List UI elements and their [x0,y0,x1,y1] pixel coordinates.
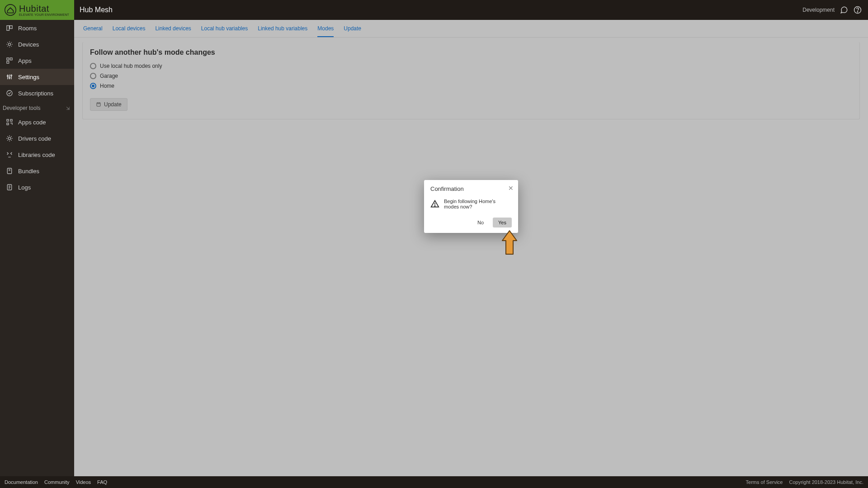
sidebar-dev-label: Developer tools [3,105,40,111]
svg-rect-13 [7,119,9,121]
hubitat-logo-icon [5,4,16,16]
footer-copyright: Copyright 2018-2023 Hubitat, Inc. [789,479,864,485]
dialog-close-button[interactable]: ✕ [508,185,514,192]
brand-text: Hubitat ELEVATE YOUR ENVIRONMENT [19,4,69,16]
svg-point-20 [434,206,435,206]
close-icon: ✕ [508,185,514,192]
main-row: Rooms Devices Apps Settings Subscription… [0,20,868,476]
svg-point-16 [8,137,10,139]
libraries-code-icon [5,151,14,159]
sidebar-item-bundles[interactable]: Bundles [0,163,74,179]
footer-terms[interactable]: Terms of Service [746,479,783,485]
svg-rect-14 [10,119,12,121]
sidebar-item-apps[interactable]: Apps [0,52,74,69]
bundles-icon [5,167,14,175]
sidebar-item-label: Apps [18,57,32,64]
sidebar-item-label: Apps code [18,119,46,126]
sidebar-item-rooms[interactable]: Rooms [0,20,74,36]
dialog-title: Confirmation [430,185,512,192]
sidebar-item-settings[interactable]: Settings [0,69,74,85]
logs-icon [5,183,14,191]
svg-point-11 [11,75,12,76]
svg-point-0 [5,5,16,15]
brand-sub: ELEVATE YOUR ENVIRONMENT [19,13,69,16]
svg-rect-4 [10,26,12,29]
svg-point-9 [7,76,9,77]
apps-code-icon [5,118,14,126]
svg-rect-6 [7,58,9,60]
dialog-no-button[interactable]: No [472,218,489,227]
sidebar-item-label: Settings [18,74,39,81]
footer-link-videos[interactable]: Videos [76,479,91,485]
content-area: General Local devices Linked devices Loc… [74,20,868,476]
svg-rect-8 [7,61,9,63]
footer-link-community[interactable]: Community [44,479,70,485]
sidebar-item-label: Libraries code [18,152,55,158]
topbar: Hubitat ELEVATE YOUR ENVIRONMENT Hub Mes… [0,0,868,20]
svg-point-12 [7,90,12,96]
svg-rect-3 [7,26,9,31]
svg-point-2 [857,12,858,12]
svg-point-5 [8,43,10,45]
env-label: Development [802,7,835,13]
sidebar-item-libraries-code[interactable]: Libraries code [0,147,74,163]
sidebar-item-subscriptions[interactable]: Subscriptions [0,85,74,101]
drivers-code-icon [5,134,14,142]
collapse-icon: ⇲ [66,106,70,111]
warning-icon [430,199,439,208]
dialog-actions: No Yes [430,218,512,227]
dialog-body: Begin following Home's modes now? [430,199,512,209]
brand-logo[interactable]: Hubitat ELEVATE YOUR ENVIRONMENT [0,0,74,20]
brand-main: Hubitat [19,4,69,13]
sidebar-item-devices[interactable]: Devices [0,36,74,52]
settings-icon [5,73,14,81]
sidebar-item-apps-code[interactable]: Apps code [0,114,74,130]
svg-rect-7 [10,58,12,60]
footer: Documentation Community Videos FAQ Terms… [0,476,868,488]
apps-icon [5,57,14,65]
devices-icon [5,40,14,48]
annotation-arrow-icon [500,230,519,256]
sidebar-item-label: Devices [18,41,39,48]
sidebar-item-label: Rooms [18,25,37,32]
topbar-right: Development [802,6,868,14]
subscriptions-icon [5,89,14,97]
dialog-message: Begin following Home's modes now? [444,199,512,209]
rooms-icon [5,24,14,32]
page-title: Hub Mesh [80,6,113,14]
sidebar-item-label: Bundles [18,168,39,175]
footer-link-faq[interactable]: FAQ [97,479,107,485]
help-icon[interactable] [854,6,862,14]
sidebar: Rooms Devices Apps Settings Subscription… [0,20,74,476]
sidebar-item-label: Subscriptions [18,90,53,97]
modal-overlay: Confirmation ✕ Begin following Home's mo… [74,20,868,476]
sidebar-item-logs[interactable]: Logs [0,179,74,195]
sidebar-dev-header[interactable]: Developer tools ⇲ [0,101,74,114]
chat-icon[interactable] [840,6,848,14]
footer-right: Terms of Service Copyright 2018-2023 Hub… [746,479,863,485]
sidebar-item-label: Drivers code [18,135,51,142]
svg-rect-15 [7,123,9,125]
svg-point-10 [9,77,10,79]
sidebar-item-drivers-code[interactable]: Drivers code [0,130,74,147]
sidebar-item-label: Logs [18,184,31,191]
confirmation-dialog: Confirmation ✕ Begin following Home's mo… [424,180,518,233]
dialog-yes-button[interactable]: Yes [493,218,512,227]
footer-link-documentation[interactable]: Documentation [5,479,38,485]
